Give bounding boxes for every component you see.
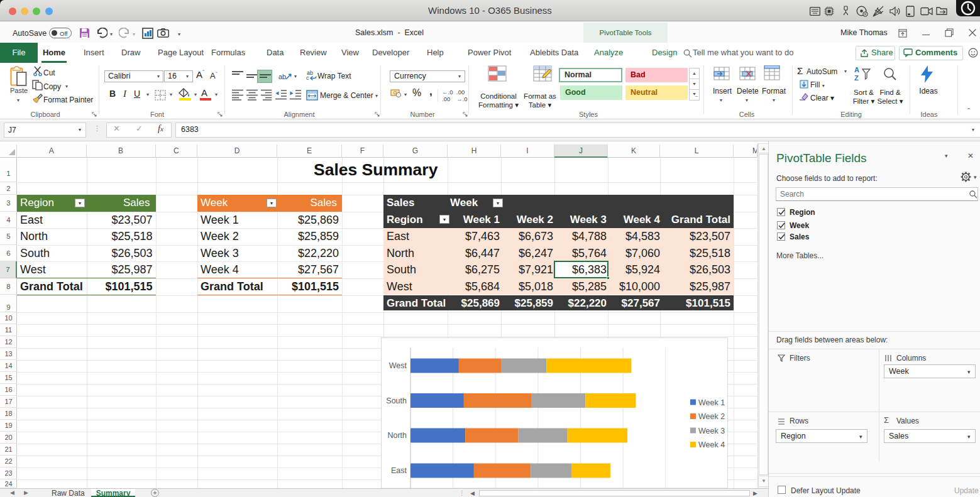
svg-text:West: West bbox=[389, 361, 407, 370]
svg-text:Week 4: Week 4 bbox=[698, 440, 725, 449]
svg-text:North: North bbox=[387, 431, 407, 440]
svg-text:Z: Z bbox=[854, 74, 859, 82]
svg-text:A: A bbox=[854, 66, 859, 74]
svg-text:c: c bbox=[306, 75, 309, 81]
svg-text:Week 2: Week 2 bbox=[698, 412, 725, 421]
svg-text:Week 3: Week 3 bbox=[698, 427, 725, 435]
svg-text:ab: ab bbox=[278, 73, 286, 80]
svg-text:South: South bbox=[386, 396, 407, 405]
svg-text:Week 1: Week 1 bbox=[698, 398, 725, 407]
svg-text:East: East bbox=[391, 466, 407, 475]
